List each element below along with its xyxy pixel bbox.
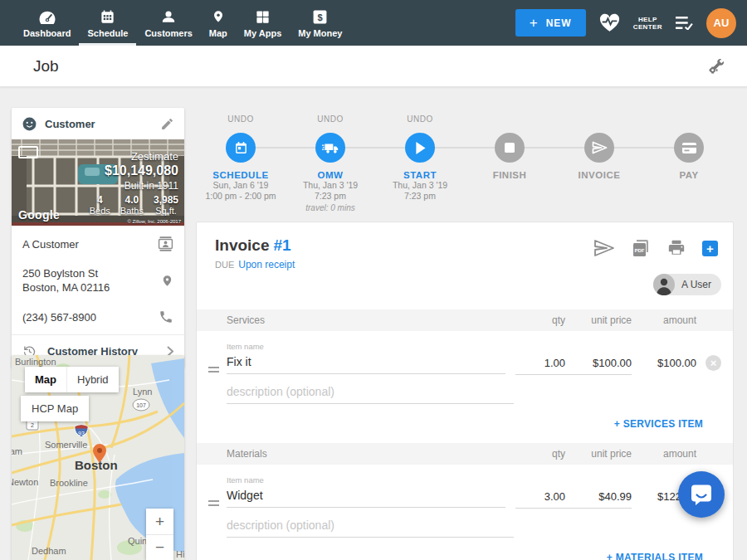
svg-text:PDF: PDF — [635, 248, 645, 253]
map-label-hingham: Hingham — [176, 549, 184, 559]
undo-link[interactable]: UNDO — [317, 114, 343, 126]
amount-column-header: amount — [632, 448, 696, 460]
svg-text:93: 93 — [78, 431, 85, 436]
invoice-header: Invoice#1 DUEUpon receipt PDF A User — [197, 222, 733, 309]
dashboard-gauge-icon — [38, 7, 56, 25]
job-settings-icon[interactable] — [707, 57, 725, 75]
customer-address-row[interactable]: 250 Boylston St Boston, MA 02116 — [12, 259, 184, 302]
service-item-row: Item name $100.00 — [197, 331, 733, 375]
qty-column-header: qty — [515, 314, 565, 326]
step-label: OMW — [318, 170, 344, 180]
pay-step-button[interactable] — [674, 133, 704, 163]
primary-nav: Dashboard Schedule Customers Map My Apps — [0, 0, 350, 46]
map-label-brookline: Brookline — [50, 478, 88, 488]
timeline-step-start: UNDO START Thu, Jan 3 '19 7:23 pm — [375, 114, 465, 212]
material-qty-input[interactable] — [515, 487, 565, 509]
due-value[interactable]: Upon receipt — [238, 259, 295, 270]
nav-item-my-money[interactable]: $ My Money — [290, 0, 350, 46]
edit-pencil-icon[interactable] — [160, 117, 174, 131]
map-zoom-control: + − — [146, 509, 173, 560]
customer-card-title: Customer — [45, 118, 153, 130]
nav-item-dashboard[interactable]: Dashboard — [15, 0, 79, 46]
unit-price-column-header: unit price — [565, 448, 632, 460]
undo-link[interactable]: UNDO — [407, 114, 432, 126]
finish-step-button[interactable] — [495, 133, 525, 163]
invoice-actions: PDF — [593, 238, 718, 258]
schedule-step-button[interactable] — [226, 133, 256, 163]
nav-label: Dashboard — [23, 28, 71, 38]
property-stats: 4Beds 4.0Baths 3,985Sq.ft. — [90, 194, 178, 216]
phone-icon — [159, 309, 173, 324]
material-item-name-input[interactable] — [227, 485, 505, 508]
add-materials-item-link[interactable]: + MATERIALS ITEM — [607, 552, 703, 560]
task-list-icon[interactable] — [675, 16, 694, 30]
map-label-waltham: Waltham — [12, 446, 22, 456]
timeline-step-finish: FINISH — [465, 114, 554, 212]
section-title: Services — [208, 314, 515, 326]
service-unit-price-input[interactable] — [565, 353, 632, 375]
pdf-icon[interactable]: PDF — [631, 238, 651, 258]
timeline-step-omw: UNDO OMW Thu, Jan 3 '19 7:23 pm travel: … — [286, 114, 375, 212]
map-type-hybrid-button[interactable]: Hybrid — [66, 367, 119, 392]
invoice-step-button[interactable] — [584, 133, 614, 163]
customer-phone-row[interactable]: (234) 567-8900 — [12, 302, 184, 332]
step-date: Thu, Jan 3 '19 — [303, 180, 358, 191]
svg-text:107: 107 — [136, 402, 146, 408]
chat-messenger-button[interactable] — [678, 471, 725, 518]
material-item-row: Item name $122.97 — [197, 465, 733, 509]
step-date: Sun, Jan 6 '19 — [213, 180, 269, 191]
help-center-link[interactable]: HELP CENTER — [633, 16, 662, 31]
property-photo: Zestimate $10,149,080 Built in 1911 4Bed… — [12, 139, 184, 226]
map-label-boston: Boston — [75, 458, 118, 472]
new-button[interactable]: NEW — [515, 9, 586, 37]
step-date: Thu, Jan 3 '19 — [393, 180, 447, 191]
service-amount: $100.00 — [632, 357, 696, 369]
material-description-row — [197, 509, 733, 538]
page-title: Job — [33, 57, 59, 75]
step-label: FINISH — [493, 170, 527, 180]
zoom-out-button[interactable]: − — [146, 534, 173, 560]
service-qty-input[interactable] — [515, 353, 565, 375]
health-heart-icon[interactable] — [598, 13, 621, 32]
add-services-item-link[interactable]: + SERVICES ITEM — [614, 418, 703, 430]
timeline-step-pay: PAY — [644, 114, 734, 212]
print-icon[interactable] — [666, 239, 686, 257]
invoice-number[interactable]: #1 — [273, 236, 290, 254]
nav-label: My Apps — [244, 28, 281, 38]
add-invoice-button[interactable] — [702, 241, 718, 256]
chat-bubble-icon — [690, 484, 713, 506]
assigned-user-chip[interactable]: A User — [653, 274, 721, 295]
drag-handle-icon[interactable] — [208, 364, 227, 375]
send-invoice-icon[interactable] — [593, 239, 615, 257]
street-view-icon[interactable] — [18, 146, 38, 158]
nav-item-customers[interactable]: Customers — [136, 0, 200, 46]
nav-item-my-apps[interactable]: My Apps — [236, 0, 290, 46]
svg-text:$: $ — [318, 12, 323, 22]
send-icon — [592, 141, 608, 154]
zoom-in-button[interactable]: + — [146, 509, 173, 534]
nav-item-map[interactable]: Map — [201, 0, 236, 46]
omw-step-button[interactable] — [315, 133, 345, 163]
nav-item-schedule[interactable]: Schedule — [79, 0, 136, 46]
start-step-button[interactable] — [405, 133, 435, 163]
customer-card: Customer Zestimate $10,149,080 Built in … — [12, 108, 184, 368]
map-label-newton: Newton — [12, 477, 38, 487]
hcp-map-button[interactable]: HCP Map — [21, 396, 89, 421]
drag-handle-icon[interactable] — [208, 498, 227, 509]
map-label-somerville: Somerville — [45, 440, 87, 450]
service-item-name-input[interactable] — [227, 352, 505, 374]
user-avatar[interactable]: AU — [706, 8, 736, 38]
material-description-input[interactable] — [227, 515, 514, 538]
delete-item-icon[interactable] — [706, 355, 721, 371]
step-time: 7:23 pm — [404, 191, 436, 202]
service-description-input[interactable] — [227, 382, 514, 404]
timeline-step-invoice: INVOICE — [554, 114, 644, 212]
customer-card-header: Customer — [12, 108, 184, 139]
undo-link[interactable]: UNDO — [227, 114, 253, 126]
svg-text:2: 2 — [31, 422, 34, 428]
section-title: Materials — [208, 448, 515, 460]
calendar-icon — [234, 141, 248, 155]
customer-name-row[interactable]: A Customer — [12, 229, 184, 259]
material-unit-price-input[interactable] — [565, 487, 632, 509]
map-type-map-button[interactable]: Map — [25, 367, 66, 392]
